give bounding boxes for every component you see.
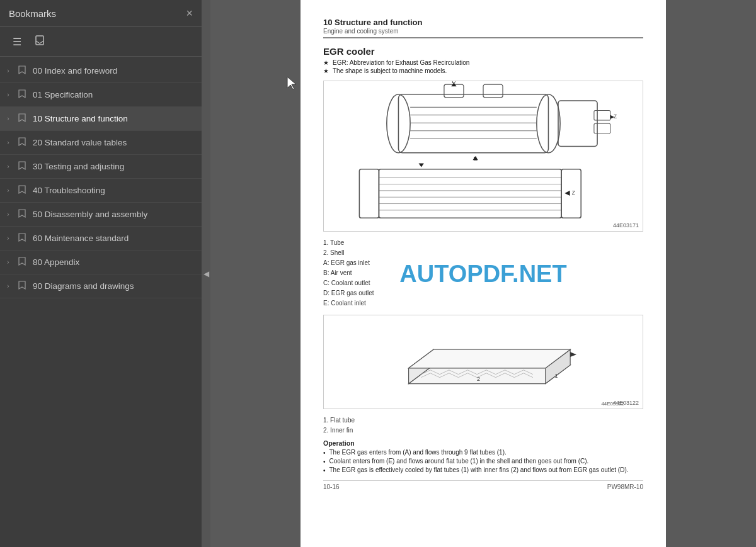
caption-1-7: E: Coolant inlet	[323, 298, 643, 308]
svg-rect-29	[359, 169, 379, 218]
bookmark-list: › 00 Index and foreword › 01 Specificati…	[0, 57, 202, 547]
bookmark-item-30[interactable]: › 30 Testing and adjusting	[0, 155, 202, 179]
list-view-button[interactable]: ☰	[9, 33, 25, 50]
footer-page-num: 10-16	[323, 483, 340, 490]
chevron-icon: ›	[4, 259, 13, 266]
bullet-star-2: ★	[323, 67, 329, 74]
diagram-2: 1 2 44E03122 44E03122	[323, 315, 643, 409]
chevron-icon: ›	[4, 211, 13, 218]
bullet-text-1: EGR: Abbreviation for Exhaust Gas Recirc…	[333, 59, 469, 66]
svg-text:1: 1	[554, 373, 558, 379]
svg-rect-2	[398, 94, 548, 153]
bookmark-icon	[16, 89, 28, 101]
caption-1-4: B: Air vent	[323, 268, 643, 278]
chevron-icon: ›	[4, 235, 13, 242]
doc-footer: 10-16 PW98MR-10	[323, 480, 643, 490]
sidebar-header: Bookmarks ×	[0, 0, 202, 27]
bookmark-item-80[interactable]: › 80 Appendix	[0, 251, 202, 274]
bookmark-item-20[interactable]: › 20 Standard value tables	[0, 131, 202, 155]
svg-marker-39	[570, 352, 576, 357]
bookmark-item-40[interactable]: › 40 Troubleshooting	[0, 179, 202, 203]
caption-list-2: 1. Flat tube 2. Inner fin	[323, 415, 643, 436]
bookmark-icon	[16, 208, 28, 220]
list-icon: ☰	[13, 36, 21, 48]
bookmark-label: 60 Maintenance standard	[33, 234, 129, 243]
bookmark-item-60[interactable]: › 60 Maintenance standard	[0, 227, 202, 251]
sidebar-toolbar: ☰	[0, 27, 202, 57]
caption-1-1: 1. Tube	[323, 238, 643, 248]
bullet-text-2: The shape is subject to machine models.	[333, 67, 447, 74]
bookmark-label: 01 Specification	[33, 90, 93, 99]
svg-rect-21	[379, 169, 561, 218]
document-page: AUTOPDF.NET 10 Structure and function En…	[301, 0, 666, 547]
bookmark-icon	[16, 65, 28, 77]
sidebar-collapse-handle[interactable]: ◀	[202, 0, 210, 547]
caption-2-2: 2. Inner fin	[323, 426, 643, 436]
svg-rect-15	[594, 111, 610, 121]
bullet-star-1: ★	[323, 59, 329, 66]
close-button[interactable]: ×	[186, 8, 193, 19]
chevron-icon: ›	[4, 91, 13, 98]
bookmark-label: 80 Appendix	[33, 257, 79, 267]
bookmark-label: 90 Diagrams and drawings	[33, 281, 134, 291]
svg-text:2: 2	[477, 376, 480, 382]
chevron-icon: ›	[4, 115, 13, 122]
bookmark-icon	[16, 256, 28, 268]
chevron-icon: ›	[4, 187, 13, 194]
chevron-icon: ›	[4, 163, 13, 170]
chevron-icon: ›	[4, 283, 13, 290]
operation-item-1: • The EGR gas enters from (A) and flows …	[323, 449, 643, 456]
bookmark-label: 20 Standard value tables	[33, 138, 127, 147]
svg-text:Z: Z	[572, 190, 575, 196]
bookmark-label: 40 Troubleshooting	[33, 186, 105, 195]
bookmark-tag-button[interactable]	[30, 32, 49, 51]
bookmark-icon	[16, 137, 28, 149]
op-text-3: The EGR gas is effectively cooled by fla…	[329, 466, 629, 473]
operation-title: Operation	[323, 439, 643, 447]
section-title: EGR cooler	[323, 46, 643, 57]
bookmark-label: 00 Index and foreword	[33, 66, 117, 76]
operation-item-3: • The EGR gas is effectively cooled by f…	[323, 466, 643, 474]
sidebar-title: Bookmarks	[9, 8, 56, 19]
cursor	[286, 76, 299, 93]
bookmark-item-50[interactable]: › 50 Disassembly and assembly	[0, 203, 202, 227]
bookmark-icon	[16, 113, 28, 125]
op-text-2: Coolant enters from (E) and flows around…	[329, 458, 589, 465]
caption-list-1: 1. Tube 2. Shell A: EGR gas inlet B: Air…	[323, 238, 643, 308]
doc-header-sub: Engine and cooling system	[323, 28, 643, 38]
diagram-1: D Z E	[323, 81, 643, 232]
svg-rect-11	[483, 84, 503, 98]
op-bullet-3: •	[323, 467, 326, 474]
caption-1-6: D: EGR gas outlet	[323, 288, 643, 298]
fig1-number: 44E03171	[613, 222, 639, 228]
sidebar: Bookmarks × ☰ › 00 Index and foreword ›	[0, 0, 202, 547]
bookmark-label: 30 Testing and adjusting	[33, 162, 124, 171]
bookmark-label: 10 Structure and function	[33, 114, 128, 123]
svg-rect-14	[558, 101, 597, 146]
bookmark-tag-icon	[34, 35, 45, 48]
op-bullet-1: •	[323, 449, 326, 456]
footer-doc-code: PW98MR-10	[607, 483, 643, 490]
svg-marker-1	[287, 77, 296, 89]
op-text-1: The EGR gas enters from (A) and flows th…	[329, 449, 507, 456]
bookmark-item-01[interactable]: › 01 Specification	[0, 83, 202, 107]
bookmark-icon	[16, 232, 28, 244]
caption-1-2: 2. Shell	[323, 248, 643, 258]
bullet-item-1: ★ EGR: Abbreviation for Exhaust Gas Reci…	[323, 59, 643, 66]
bullet-item-2: ★ The shape is subject to machine models…	[323, 67, 643, 74]
bookmark-item-90[interactable]: › 90 Diagrams and drawings	[0, 274, 202, 298]
caption-1-5: C: Coolant outlet	[323, 278, 643, 288]
main-content: AUTOPDF.NET 10 Structure and function En…	[210, 0, 756, 547]
svg-rect-28	[561, 169, 581, 218]
svg-marker-36	[409, 349, 571, 368]
svg-marker-31	[564, 191, 570, 196]
doc-header-title: 10 Structure and function	[323, 18, 643, 27]
svg-marker-30	[419, 163, 424, 167]
bookmark-item-00[interactable]: › 00 Index and foreword	[0, 59, 202, 83]
bookmark-label: 50 Disassembly and assembly	[33, 210, 147, 219]
bookmark-item-10[interactable]: › 10 Structure and function	[0, 107, 202, 131]
collapse-icon: ◀	[203, 269, 209, 278]
fig2-number: 44E03122	[613, 400, 639, 406]
svg-rect-16	[594, 123, 610, 133]
caption-1-3: A: EGR gas inlet	[323, 258, 643, 268]
